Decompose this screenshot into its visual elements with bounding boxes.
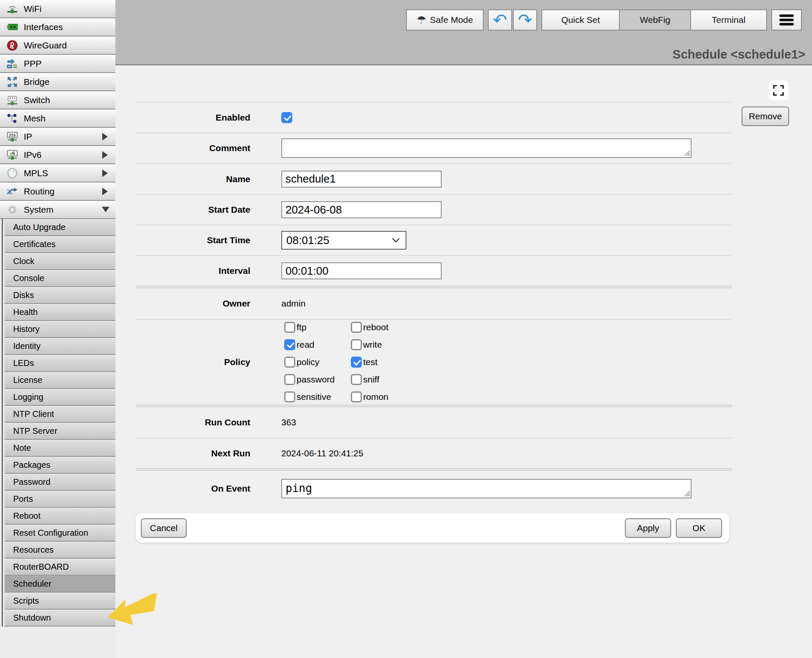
chevron-right-icon [102, 151, 108, 159]
sidebar-item-identity[interactable]: Identity [5, 338, 115, 355]
policy-checkbox-romon[interactable]: romon [351, 391, 417, 402]
routing-icon [5, 185, 20, 198]
cancel-button[interactable]: Cancel [141, 518, 187, 538]
sidebar-item-certificates[interactable]: Certificates [5, 236, 115, 253]
page-title: Schedule <schedule1> [672, 48, 805, 62]
ppp-icon [5, 57, 20, 70]
chevron-right-icon [102, 188, 108, 195]
interval-input[interactable] [281, 262, 442, 279]
checkbox-icon[interactable] [284, 322, 295, 333]
svg-text:255: 255 [8, 132, 16, 137]
sidebar-item-mpls[interactable]: MPLS [0, 164, 115, 183]
redo-icon: ↷ [518, 11, 532, 28]
toolbar: ☂ Safe Mode ↶ ↷ Quick Set WebFig Termina… [406, 9, 802, 31]
policy-column-1: ftp read policy password sensitive [284, 322, 351, 402]
sidebar-item-ntp-client[interactable]: NTP Client [5, 406, 115, 423]
checkbox-icon[interactable] [284, 391, 295, 402]
checkbox-icon[interactable] [351, 357, 362, 368]
sidebar-item-ppp[interactable]: PPP [0, 55, 115, 73]
ok-button[interactable]: OK [676, 518, 722, 538]
policy-checkbox-test[interactable]: test [351, 357, 417, 368]
sidebar-item-ports[interactable]: Ports [5, 491, 115, 508]
undo-button[interactable]: ↶ [488, 9, 512, 31]
policy-checkbox-ftp[interactable]: ftp [284, 322, 351, 333]
fullscreen-button[interactable] [769, 81, 788, 100]
sidebar-item-logging[interactable]: Logging [5, 389, 115, 406]
policy-checkbox-password[interactable]: password [284, 374, 351, 385]
checkbox-icon[interactable] [351, 322, 362, 333]
name-input[interactable] [281, 171, 442, 188]
start-date-input[interactable] [281, 201, 442, 218]
sidebar-item-wifi[interactable]: WiFi [0, 0, 115, 18]
remove-button[interactable]: Remove [742, 107, 789, 126]
policy-checkbox-sensitive[interactable]: sensitive [284, 391, 351, 402]
safe-mode-button[interactable]: ☂ Safe Mode [406, 9, 484, 31]
sidebar-item-health[interactable]: Health [5, 304, 115, 321]
hamburger-icon [779, 14, 794, 17]
umbrella-icon: ☂ [417, 14, 426, 25]
comment-row: Comment [136, 133, 732, 163]
sidebar-item-clock[interactable]: Clock [5, 253, 115, 270]
policy-checkbox-read[interactable]: read [284, 339, 351, 350]
sidebar-item-label: Mesh [24, 113, 45, 124]
checkbox-icon[interactable] [284, 339, 295, 350]
sidebar-item-label: Switch [24, 95, 50, 105]
name-label: Name [136, 174, 250, 184]
policy-checkbox-sniff[interactable]: sniff [351, 374, 417, 385]
sidebar-item-interfaces[interactable]: Interfaces [0, 18, 115, 37]
policy-checkbox-policy[interactable]: policy [284, 357, 351, 368]
tab-webfig[interactable]: WebFig [619, 9, 691, 31]
sidebar-item-ip[interactable]: 255 IP [0, 128, 115, 146]
checkbox-icon[interactable] [351, 339, 362, 350]
start-time-select[interactable]: 08:01:25 [281, 231, 406, 250]
sidebar-item-mesh[interactable]: Mesh [0, 110, 115, 128]
sidebar-item-routerboard[interactable]: RouterBOARD [5, 559, 115, 576]
sidebar-item-resources[interactable]: Resources [5, 542, 115, 559]
sidebar-item-routing[interactable]: Routing [0, 183, 115, 201]
sidebar-item-license[interactable]: License [5, 372, 115, 389]
sidebar-item-scheduler[interactable]: Scheduler [5, 576, 115, 593]
policy-checkbox-write[interactable]: write [351, 339, 417, 350]
sidebar-item-system[interactable]: System [0, 201, 115, 219]
sidebar-item-ntp-server[interactable]: NTP Server [5, 423, 115, 440]
comment-input[interactable] [281, 138, 692, 158]
checkbox-icon[interactable] [284, 357, 295, 368]
sidebar-item-label: Interfaces [24, 22, 63, 32]
ipv6-icon: v6 [5, 149, 20, 161]
sidebar-item-reset-configuration[interactable]: Reset Configuration [5, 525, 115, 542]
sidebar-item-reboot[interactable]: Reboot [5, 508, 115, 525]
sidebar-item-history[interactable]: History [5, 321, 115, 338]
sidebar-item-switch[interactable]: Switch [0, 91, 115, 110]
sidebar-item-ipv6[interactable]: v6 IPv6 [0, 146, 115, 164]
sidebar-item-console[interactable]: Console [5, 270, 115, 287]
sidebar-item-bridge[interactable]: Bridge [0, 73, 115, 91]
sidebar-item-label: System [24, 205, 53, 215]
chevron-right-icon [102, 169, 108, 177]
on-event-label: On Event [136, 484, 250, 494]
sidebar-item-packages[interactable]: Packages [5, 457, 115, 474]
checkbox-icon[interactable] [351, 391, 362, 402]
sidebar-item-password[interactable]: Password [5, 474, 115, 491]
hamburger-menu-button[interactable] [771, 9, 802, 31]
tab-terminal[interactable]: Terminal [690, 9, 767, 31]
sidebar-item-scripts[interactable]: Scripts [5, 593, 115, 610]
sidebar-item-note[interactable]: Note [5, 440, 115, 457]
redo-button[interactable]: ↷ [513, 9, 537, 31]
main-panel: ☂ Safe Mode ↶ ↷ Quick Set WebFig Termina… [115, 0, 812, 658]
chevron-down-icon [391, 237, 400, 243]
sidebar-item-leds[interactable]: LEDs [5, 355, 115, 372]
sidebar-item-disks[interactable]: Disks [5, 287, 115, 304]
policy-row: Policy ftp read policy password sensitiv… [136, 320, 732, 405]
tab-quick-set[interactable]: Quick Set [541, 9, 620, 31]
apply-button[interactable]: Apply [625, 518, 671, 538]
on-event-input[interactable]: ping [281, 479, 692, 498]
sidebar-item-shutdown[interactable]: Shutdown [5, 610, 115, 627]
policy-checkbox-reboot[interactable]: reboot [351, 322, 417, 333]
checkbox-icon[interactable] [284, 374, 295, 385]
next-run-value: 2024-06-11 20:41:25 [281, 448, 363, 458]
checkbox-icon[interactable] [351, 374, 362, 385]
sidebar-item-wireguard[interactable]: WireGuard [0, 37, 115, 55]
sidebar-item-label: WiFi [24, 4, 42, 14]
sidebar-item-auto-upgrade[interactable]: Auto Upgrade [5, 219, 115, 236]
enabled-checkbox[interactable] [281, 112, 292, 123]
